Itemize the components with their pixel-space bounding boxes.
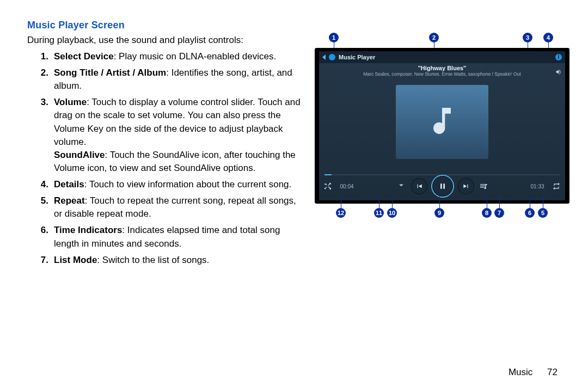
next-button[interactable] (458, 179, 474, 194)
list-mode-icon[interactable] (479, 182, 488, 191)
callout-badge: 3 (523, 33, 532, 42)
callout-badge: 8 (482, 208, 492, 218)
list-item: 3. Volume: Touch to display a volume con… (52, 96, 305, 175)
repeat-icon[interactable] (552, 182, 561, 191)
list-item: 6. Time Indicators: Indicates elapsed ti… (52, 224, 305, 250)
callout-badge: 9 (434, 208, 444, 218)
callouts-top: 1 2 3 4 (315, 33, 571, 47)
callout-badge: 7 (494, 208, 504, 218)
page-footer: Music 72 (509, 367, 558, 378)
footer-section: Music (509, 367, 532, 377)
player-figure: 1 2 3 4 Music Player i "Highway (315, 33, 571, 218)
callout-leader (543, 196, 543, 208)
item-number: 3. (30, 96, 48, 109)
item-number: 1. (30, 50, 48, 63)
callout-leader (379, 196, 379, 208)
item-number: 4. (30, 178, 48, 191)
item-term: Time Indicators (54, 225, 122, 235)
player-screen: Music Player i "Highway Blues" Marc Seal… (319, 51, 565, 200)
item-number: 5. (30, 194, 48, 207)
item-term: Details (54, 179, 84, 189)
album-art (396, 85, 488, 159)
item-desc: : Touch to display a volume control slid… (54, 97, 301, 146)
elapsed-time: 00:04 (339, 183, 355, 189)
item-desc: : Play music on DLNA-enabled devices. (114, 51, 277, 62)
callout-badge: 6 (525, 208, 535, 218)
callout-leader (439, 196, 440, 208)
shuffle-icon[interactable] (323, 182, 332, 191)
callout-leader (392, 196, 393, 208)
callout-leader (499, 196, 500, 208)
chevron-down-icon[interactable] (396, 180, 406, 192)
item-number: 6. (30, 224, 48, 237)
callout-leader (341, 196, 341, 208)
item-term: List Mode (54, 255, 97, 265)
details-icon[interactable]: i (555, 54, 562, 60)
pause-button[interactable] (432, 176, 453, 197)
title-bar: Music Player i (319, 51, 565, 63)
callout-badge: 4 (543, 33, 553, 42)
back-icon[interactable] (322, 54, 326, 60)
total-time: 01:33 (529, 183, 546, 189)
callout-badge: 11 (374, 208, 384, 218)
app-title: Music Player (339, 54, 552, 60)
callout-badge: 12 (336, 208, 346, 218)
intro-text: During playback, use the sound and playl… (27, 34, 305, 47)
footer-page: 72 (547, 367, 558, 377)
callout-leader (487, 196, 487, 208)
callout-leader (530, 196, 530, 208)
song-title: "Highway Blues" (323, 65, 561, 71)
music-note-icon (425, 103, 460, 140)
prev-button[interactable] (412, 179, 427, 194)
callouts-bottom: 12 11 10 9 8 7 6 5 (315, 204, 571, 218)
item-number: 2. (30, 66, 48, 79)
list-item: 7. List Mode: Switch to the list of song… (52, 254, 305, 267)
callout-badge: 1 (329, 33, 339, 42)
song-info: "Highway Blues" Marc Seales, composer. N… (319, 63, 565, 79)
item-term: Repeat (54, 195, 85, 206)
callout-badge: 10 (387, 208, 397, 218)
song-meta: Marc Seales, composer. New Stories. Erni… (323, 71, 561, 77)
control-bar: 00:04 (319, 175, 565, 197)
item-desc: : Touch to view information about the cu… (84, 179, 292, 189)
manual-page: Music Player Screen During playback, use… (0, 0, 588, 392)
item-term: Select Device (54, 51, 114, 62)
item-desc: : Switch to the list of songs. (97, 255, 209, 265)
item-term: Song Title / Artist / Album (54, 68, 166, 78)
item-number: 7. (30, 254, 48, 267)
list-item: 1. Select Device: Play music on DLNA-ena… (52, 50, 305, 63)
section-heading: Music Player Screen (27, 20, 305, 31)
device-frame: Music Player i "Highway Blues" Marc Seal… (315, 48, 569, 204)
item-term: Volume (54, 97, 87, 107)
list-item: 5. Repeat: Touch to repeat the current s… (52, 194, 305, 220)
callout-badge: 5 (538, 208, 548, 218)
volume-icon[interactable] (555, 68, 562, 74)
item-extra-term: SoundAlive (54, 150, 105, 160)
headphones-icon (329, 54, 335, 60)
list-item: 2. Song Title / Artist / Album: Identifi… (52, 66, 305, 93)
list-item: 4. Details: Touch to view information ab… (52, 178, 305, 191)
item-desc: : Touch to repeat the current song, repe… (54, 195, 296, 219)
callout-badge: 2 (429, 33, 439, 42)
feature-list: 1. Select Device: Play music on DLNA-ena… (27, 50, 305, 267)
text-column: Music Player Screen During playback, use… (27, 20, 305, 267)
